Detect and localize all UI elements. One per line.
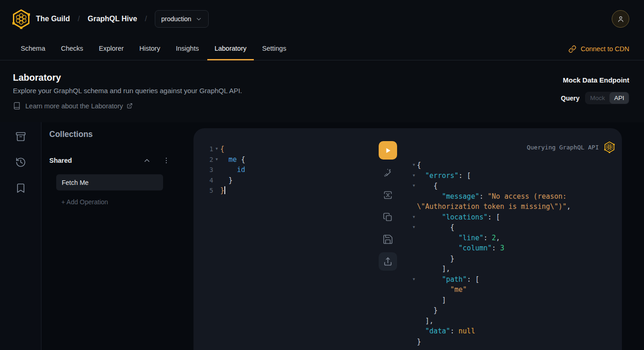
fold-spacer bbox=[411, 191, 417, 202]
response-line: } bbox=[411, 254, 615, 264]
fold-spacer bbox=[213, 175, 220, 186]
collection-item[interactable]: Fetch Me bbox=[56, 174, 163, 190]
target-selector-dropdown[interactable]: production bbox=[155, 10, 209, 28]
query-editor-lines: 1▼{2▼ me {3 id4 }5} bbox=[193, 144, 379, 196]
collection-items: Fetch Me bbox=[56, 174, 182, 190]
chevron-up-icon[interactable] bbox=[143, 156, 151, 165]
code-text: } bbox=[417, 305, 438, 316]
fold-arrow-icon[interactable]: ▼ bbox=[411, 212, 417, 223]
breadcrumb-project[interactable]: GraphQL Hive bbox=[88, 15, 137, 23]
code-text: ], bbox=[417, 264, 450, 274]
fold-arrow-icon[interactable]: ▼ bbox=[411, 181, 417, 191]
tab-explorer[interactable]: Explorer bbox=[92, 38, 131, 60]
line-number: 4 bbox=[193, 175, 213, 186]
response-line: ▼ "locations": [ bbox=[411, 212, 615, 223]
code-text: me { bbox=[220, 154, 245, 165]
operation-collections-rail-button[interactable] bbox=[15, 131, 26, 142]
editor-toolbar-column bbox=[379, 141, 397, 350]
hive-logo-icon[interactable] bbox=[11, 9, 31, 29]
response-line: "column": 3 bbox=[411, 243, 615, 254]
fold-arrow-icon[interactable]: ▼ bbox=[411, 222, 417, 233]
response-line: ], bbox=[411, 316, 615, 326]
learn-more-label: Learn more about the Laboratory bbox=[25, 102, 123, 110]
response-line: ▼{ bbox=[411, 160, 615, 171]
app-header: The Guild / GraphQL Hive / production bbox=[0, 0, 644, 38]
user-avatar[interactable] bbox=[612, 10, 629, 28]
response-line: "message": "No access (reason: bbox=[411, 191, 615, 202]
add-operation-button[interactable]: + Add Operation bbox=[61, 198, 182, 206]
tab-history[interactable]: History bbox=[132, 38, 168, 60]
code-text: "data": null bbox=[417, 326, 475, 337]
target-selector-value: production bbox=[161, 15, 191, 23]
response-line: ▼ "path": [ bbox=[411, 274, 615, 285]
laboratory-workspace: Collections Shared Fetch Me + Add Operat… bbox=[0, 122, 644, 350]
code-text: { bbox=[417, 181, 438, 191]
response-line: "line": 2, bbox=[411, 233, 615, 243]
share-operation-button[interactable] bbox=[379, 252, 397, 271]
history-rail-button[interactable] bbox=[15, 157, 26, 168]
merge-fragments-button[interactable] bbox=[382, 190, 393, 201]
fold-spacer bbox=[411, 243, 417, 254]
code-text: ], bbox=[417, 316, 433, 326]
endpoint-toggle: MockAPI bbox=[585, 92, 629, 104]
code-text: \"Authorization token is missing\")", bbox=[417, 202, 571, 212]
response-line: ▼ { bbox=[411, 181, 615, 191]
code-text: } bbox=[220, 185, 225, 196]
tab-checks[interactable]: Checks bbox=[53, 38, 90, 60]
code-text: ] bbox=[417, 295, 446, 306]
code-text: "path": [ bbox=[417, 274, 479, 285]
connect-to-cdn-button[interactable]: Connect to CDN bbox=[568, 38, 629, 60]
code-text: { bbox=[417, 160, 421, 171]
fold-arrow-icon[interactable]: ▼ bbox=[411, 160, 417, 171]
collections-panel: Collections Shared Fetch Me + Add Operat… bbox=[41, 122, 193, 350]
endpoint-controls: Mock Data Endpoint Query MockAPI bbox=[561, 76, 630, 104]
response-line: } bbox=[411, 337, 615, 347]
fold-spacer bbox=[411, 316, 417, 326]
fold-spacer bbox=[213, 165, 220, 175]
fold-spacer bbox=[411, 264, 417, 274]
query-editor[interactable]: 1▼{2▼ me {3 id4 }5} bbox=[193, 128, 379, 350]
endpoint-option-mock[interactable]: Mock bbox=[585, 92, 609, 104]
collection-group-name[interactable]: Shared bbox=[49, 157, 72, 164]
save-operation-button[interactable] bbox=[382, 234, 393, 245]
fold-spacer bbox=[411, 305, 417, 316]
left-rail bbox=[0, 122, 41, 350]
code-text: { bbox=[417, 222, 454, 233]
response-status-row: Querying GraphQL API bbox=[411, 141, 615, 153]
tab-schema[interactable]: Schema bbox=[13, 38, 53, 60]
response-panel: Querying GraphQL API ▼{▼ "errors": [▼ { … bbox=[397, 128, 622, 350]
tab-settings[interactable]: Settings bbox=[255, 38, 293, 60]
copy-query-button[interactable] bbox=[382, 212, 393, 223]
fold-spacer bbox=[213, 185, 220, 196]
fold-arrow-icon[interactable]: ▼ bbox=[213, 144, 220, 154]
collection-group-row: Shared bbox=[49, 156, 182, 165]
book-icon bbox=[13, 102, 21, 110]
fold-arrow-icon[interactable]: ▼ bbox=[411, 171, 417, 181]
kebab-menu-icon[interactable] bbox=[162, 156, 170, 165]
person-icon bbox=[616, 15, 625, 24]
line-number: 1 bbox=[193, 144, 213, 154]
endpoint-option-api[interactable]: API bbox=[609, 92, 629, 104]
fold-spacer bbox=[411, 326, 417, 337]
line-number: 5 bbox=[193, 185, 213, 196]
bookmarks-rail-button[interactable] bbox=[15, 183, 26, 194]
code-text: "me" bbox=[417, 285, 467, 295]
execute-query-button[interactable] bbox=[379, 141, 397, 160]
external-link-icon bbox=[127, 103, 133, 109]
tab-insights[interactable]: Insights bbox=[169, 38, 206, 60]
play-icon bbox=[384, 147, 392, 154]
code-text: "message": "No access (reason: bbox=[417, 191, 567, 202]
query-editor-line: 5} bbox=[193, 185, 379, 196]
fold-arrow-icon[interactable]: ▼ bbox=[411, 274, 417, 285]
line-number: 3 bbox=[193, 165, 213, 175]
response-line: ] bbox=[411, 295, 615, 306]
tab-laboratory[interactable]: Laboratory bbox=[207, 38, 254, 60]
response-line: ▼ "errors": [ bbox=[411, 171, 615, 181]
page-subtitle: Explore your GraphQL schema and run quer… bbox=[13, 87, 629, 95]
main-nav: SchemaChecksExplorerHistoryInsightsLabor… bbox=[0, 38, 644, 60]
query-editor-line: 1▼{ bbox=[193, 144, 379, 154]
learn-more-link[interactable]: Learn more about the Laboratory bbox=[13, 102, 133, 110]
fold-arrow-icon[interactable]: ▼ bbox=[213, 154, 220, 165]
prettify-query-button[interactable] bbox=[382, 167, 393, 178]
breadcrumb-org[interactable]: The Guild bbox=[36, 15, 70, 23]
